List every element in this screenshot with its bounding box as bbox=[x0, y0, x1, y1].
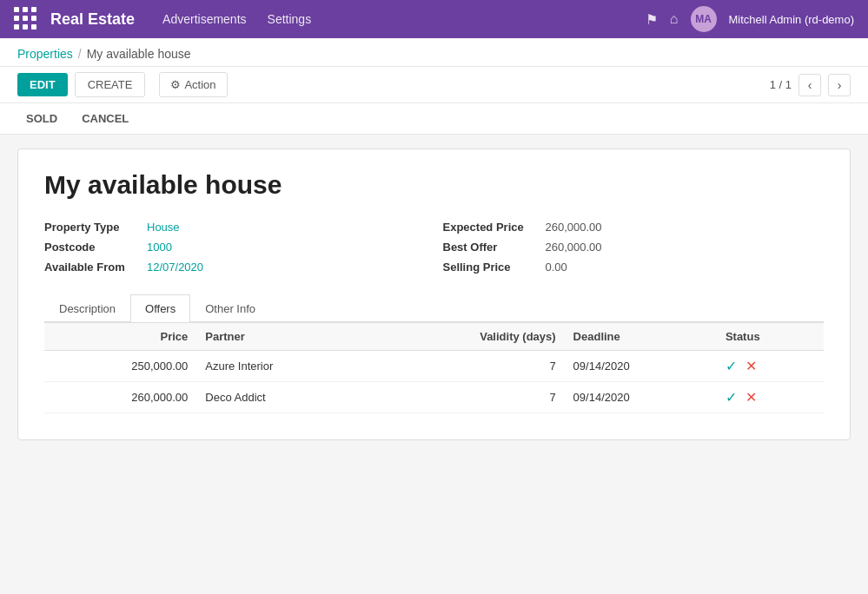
col-status: Status bbox=[717, 323, 824, 351]
expected-price-value: 260,000.00 bbox=[546, 221, 602, 234]
offer-deadline-2: 09/14/2020 bbox=[565, 382, 717, 413]
main-content: My available house Property Type House P… bbox=[0, 135, 868, 454]
table-row: 260,000.00 Deco Addict 7 09/14/2020 ✓ ✕ bbox=[44, 382, 824, 413]
property-title: My available house bbox=[44, 170, 824, 200]
property-type-label: Property Type bbox=[44, 221, 140, 234]
tabs: Description Offers Other Info bbox=[44, 294, 824, 322]
best-offer-label: Best Offer bbox=[443, 241, 539, 254]
offer-actions-2: ✓ ✕ bbox=[726, 389, 815, 406]
home-icon[interactable]: ⌂ bbox=[670, 11, 679, 27]
offer-status-1: ✓ ✕ bbox=[717, 351, 824, 382]
offer-partner-2: Deco Addict bbox=[196, 382, 372, 413]
tab-offers[interactable]: Offers bbox=[130, 294, 190, 322]
action-bar: EDIT CREATE ⚙ Action 1 / 1 ‹ › bbox=[0, 67, 868, 103]
apps-menu-button[interactable] bbox=[14, 7, 38, 31]
fields-right: Expected Price 260,000.00 Best Offer 260… bbox=[443, 221, 825, 274]
edit-button[interactable]: EDIT bbox=[17, 73, 68, 96]
topnav-links: Advertisements Settings bbox=[162, 12, 646, 26]
sold-button[interactable]: SOLD bbox=[17, 109, 66, 129]
reject-offer-1-button[interactable]: ✕ bbox=[745, 358, 757, 374]
pagination: 1 / 1 ‹ › bbox=[770, 74, 851, 96]
offers-table: Price Partner Validity (days) Deadline S… bbox=[44, 322, 824, 413]
expected-price-field: Expected Price 260,000.00 bbox=[443, 221, 825, 234]
breadcrumb-parent[interactable]: Properties bbox=[17, 47, 73, 61]
action-label: Action bbox=[184, 78, 215, 91]
fields-left: Property Type House Postcode 1000 Availa… bbox=[44, 221, 426, 274]
breadcrumb: Properties / My available house bbox=[0, 38, 868, 67]
nav-advertisements[interactable]: Advertisements bbox=[162, 12, 246, 26]
nav-settings[interactable]: Settings bbox=[268, 12, 312, 26]
available-from-field: Available From 12/07/2020 bbox=[44, 261, 426, 274]
avatar[interactable]: MA bbox=[691, 6, 717, 32]
selling-price-value: 0.00 bbox=[546, 261, 567, 274]
accept-offer-2-button[interactable]: ✓ bbox=[726, 389, 737, 406]
col-price: Price bbox=[44, 323, 196, 351]
col-validity: Validity (days) bbox=[372, 323, 564, 351]
col-deadline: Deadline bbox=[565, 323, 717, 351]
tab-description[interactable]: Description bbox=[44, 294, 130, 322]
available-from-value: 12/07/2020 bbox=[147, 261, 203, 274]
app-brand: Real Estate bbox=[50, 10, 135, 29]
offer-price-2: 260,000.00 bbox=[44, 382, 196, 413]
property-type-field: Property Type House bbox=[44, 221, 426, 234]
table-row: 250,000.00 Azure Interior 7 09/14/2020 ✓… bbox=[44, 351, 824, 382]
status-bar: SOLD CANCEL bbox=[0, 103, 868, 135]
page-info: 1 / 1 bbox=[770, 78, 792, 91]
postcode-label: Postcode bbox=[44, 241, 140, 254]
selling-price-field: Selling Price 0.00 bbox=[443, 261, 825, 274]
tab-other-info[interactable]: Other Info bbox=[190, 294, 270, 322]
offer-actions-1: ✓ ✕ bbox=[726, 358, 815, 374]
breadcrumb-current: My available house bbox=[87, 47, 191, 61]
available-from-label: Available From bbox=[44, 261, 140, 274]
reject-offer-2-button[interactable]: ✕ bbox=[745, 389, 757, 406]
property-fields: Property Type House Postcode 1000 Availa… bbox=[44, 221, 824, 274]
selling-price-label: Selling Price bbox=[443, 261, 539, 274]
next-page-button[interactable]: › bbox=[828, 74, 851, 96]
property-type-value: House bbox=[147, 221, 180, 234]
table-header-row: Price Partner Validity (days) Deadline S… bbox=[44, 323, 824, 351]
offer-validity-2: 7 bbox=[372, 382, 564, 413]
topnav: Real Estate Advertisements Settings ⚑ ⌂ … bbox=[0, 0, 868, 38]
create-button[interactable]: CREATE bbox=[75, 72, 146, 97]
topnav-right: ⚑ ⌂ MA Mitchell Admin (rd-demo) bbox=[646, 6, 854, 32]
postcode-value: 1000 bbox=[147, 241, 172, 254]
gear-icon: ⚙ bbox=[170, 78, 181, 91]
gift-icon[interactable]: ⚑ bbox=[646, 11, 658, 28]
offer-partner-1: Azure Interior bbox=[196, 351, 372, 382]
col-partner: Partner bbox=[196, 323, 372, 351]
property-card: My available house Property Type House P… bbox=[17, 148, 851, 440]
postcode-field: Postcode 1000 bbox=[44, 241, 426, 254]
action-button[interactable]: ⚙ Action bbox=[159, 72, 227, 97]
best-offer-value: 260,000.00 bbox=[546, 241, 602, 254]
offer-deadline-1: 09/14/2020 bbox=[565, 351, 717, 382]
offer-validity-1: 7 bbox=[372, 351, 564, 382]
breadcrumb-separator: / bbox=[78, 47, 82, 61]
offer-status-2: ✓ ✕ bbox=[717, 382, 824, 413]
accept-offer-1-button[interactable]: ✓ bbox=[726, 358, 737, 374]
prev-page-button[interactable]: ‹ bbox=[798, 74, 821, 96]
best-offer-field: Best Offer 260,000.00 bbox=[443, 241, 825, 254]
offer-price-1: 250,000.00 bbox=[44, 351, 196, 382]
cancel-button[interactable]: CANCEL bbox=[73, 109, 137, 129]
user-name: Mitchell Admin (rd-demo) bbox=[729, 13, 855, 26]
expected-price-label: Expected Price bbox=[443, 221, 539, 234]
